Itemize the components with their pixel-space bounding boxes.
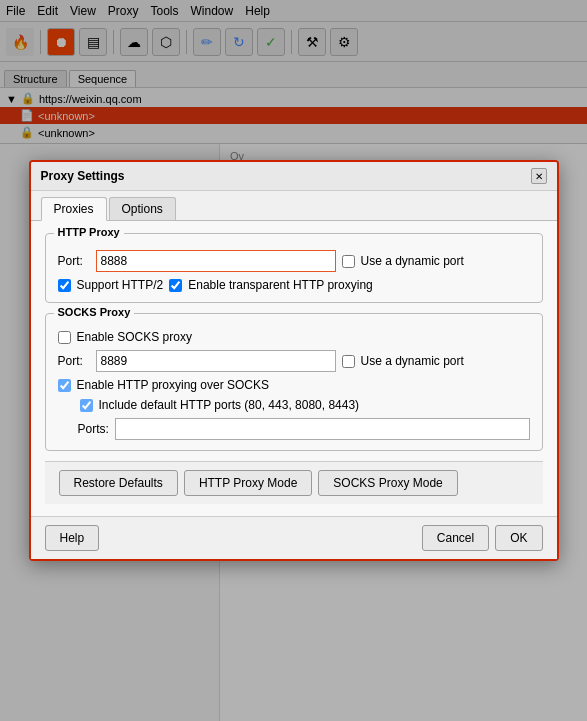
http-transparent-checkbox[interactable] <box>169 279 182 292</box>
socks-http-over-socks-checkbox[interactable] <box>58 379 71 392</box>
dialog-content: HTTP Proxy Port: Use a dynamic port Supp… <box>31 221 557 516</box>
socks-proxy-legend: SOCKS Proxy <box>54 306 135 318</box>
socks-enable-row: Enable SOCKS proxy <box>58 330 530 344</box>
dialog-footer: Help Cancel OK <box>31 516 557 559</box>
socks-ports-label: Ports: <box>78 422 109 436</box>
http-port-row: Port: Use a dynamic port <box>58 250 530 272</box>
http-proxy-mode-button[interactable]: HTTP Proxy Mode <box>184 470 312 496</box>
http-support-http2-checkbox[interactable] <box>58 279 71 292</box>
socks-dynamic-port-checkbox[interactable] <box>342 355 355 368</box>
socks-dynamic-port-label: Use a dynamic port <box>361 354 464 368</box>
help-button[interactable]: Help <box>45 525 100 551</box>
http-support-http2-row: Support HTTP/2 Enable transparent HTTP p… <box>58 278 530 292</box>
cancel-button[interactable]: Cancel <box>422 525 489 551</box>
ok-button[interactable]: OK <box>495 525 542 551</box>
http-transparent-label: Enable transparent HTTP proxying <box>188 278 373 292</box>
http-proxy-section: HTTP Proxy Port: Use a dynamic port Supp… <box>45 233 543 303</box>
socks-port-row: Port: Use a dynamic port <box>58 350 530 372</box>
tab-options[interactable]: Options <box>109 197 176 220</box>
dialog-tabs: Proxies Options <box>31 191 557 221</box>
modal-overlay: Proxy Settings ✕ Proxies Options HTTP Pr… <box>0 0 587 721</box>
socks-proxy-mode-button[interactable]: SOCKS Proxy Mode <box>318 470 457 496</box>
http-dynamic-port-label: Use a dynamic port <box>361 254 464 268</box>
socks-proxy-section: SOCKS Proxy Enable SOCKS proxy Port: Use… <box>45 313 543 451</box>
socks-ports-input[interactable] <box>115 418 530 440</box>
http-port-label: Port: <box>58 254 90 268</box>
dialog-titlebar: Proxy Settings ✕ <box>31 162 557 191</box>
socks-enable-label: Enable SOCKS proxy <box>77 330 192 344</box>
socks-include-default-checkbox[interactable] <box>80 399 93 412</box>
socks-http-over-socks-row: Enable HTTP proxying over SOCKS <box>58 378 530 392</box>
dialog-close-button[interactable]: ✕ <box>531 168 547 184</box>
restore-defaults-button[interactable]: Restore Defaults <box>59 470 178 496</box>
socks-include-default-label: Include default HTTP ports (80, 443, 808… <box>99 398 360 412</box>
http-dynamic-port-checkbox[interactable] <box>342 255 355 268</box>
http-port-input[interactable] <box>96 250 336 272</box>
tab-proxies[interactable]: Proxies <box>41 197 107 221</box>
socks-http-over-socks-label: Enable HTTP proxying over SOCKS <box>77 378 270 392</box>
socks-port-input[interactable] <box>96 350 336 372</box>
dialog-title: Proxy Settings <box>41 169 125 183</box>
socks-ports-row: Ports: <box>58 418 530 440</box>
http-proxy-legend: HTTP Proxy <box>54 226 124 238</box>
dialog-action-buttons: Restore Defaults HTTP Proxy Mode SOCKS P… <box>45 461 543 504</box>
http-support-http2-label: Support HTTP/2 <box>77 278 164 292</box>
proxy-settings-dialog: Proxy Settings ✕ Proxies Options HTTP Pr… <box>29 160 559 561</box>
socks-port-label: Port: <box>58 354 90 368</box>
socks-include-default-row: Include default HTTP ports (80, 443, 808… <box>58 398 530 412</box>
socks-enable-checkbox[interactable] <box>58 331 71 344</box>
